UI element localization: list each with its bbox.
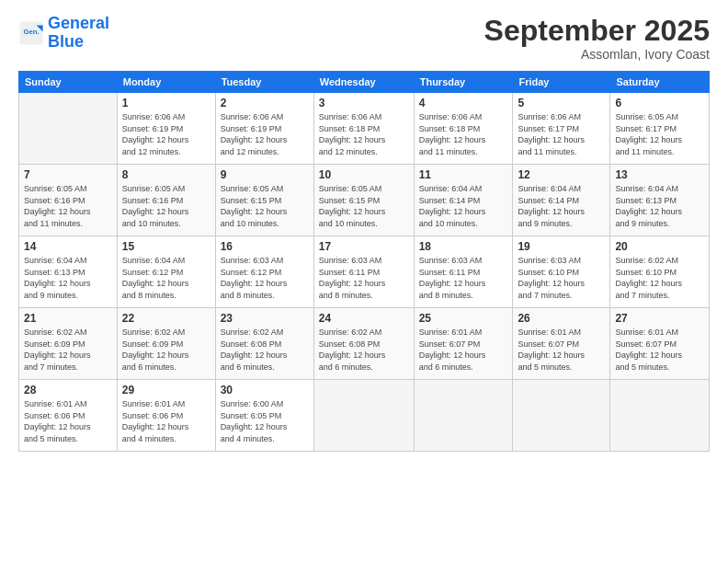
page: Gen. General Blue September 2025 Assomla…	[0, 0, 728, 563]
day-number: 6	[615, 97, 704, 109]
calendar-cell: 6Sunrise: 6:05 AM Sunset: 6:17 PM Daylig…	[610, 93, 710, 165]
calendar-header-cell: Wednesday	[313, 72, 414, 93]
day-info: Sunrise: 6:01 AM Sunset: 6:06 PM Dayligh…	[24, 398, 112, 444]
calendar-cell	[414, 380, 513, 452]
day-number: 19	[518, 240, 605, 253]
calendar-cell: 26Sunrise: 6:01 AM Sunset: 6:07 PM Dayli…	[513, 308, 610, 380]
calendar-body: 1Sunrise: 6:06 AM Sunset: 6:19 PM Daylig…	[19, 93, 710, 452]
day-info: Sunrise: 6:04 AM Sunset: 6:13 PM Dayligh…	[24, 255, 112, 301]
day-number: 17	[319, 240, 409, 253]
calendar-header-cell: Tuesday	[215, 72, 313, 93]
day-info: Sunrise: 6:06 AM Sunset: 6:19 PM Dayligh…	[122, 111, 210, 157]
day-info: Sunrise: 6:03 AM Sunset: 6:10 PM Dayligh…	[518, 255, 605, 301]
calendar-cell: 27Sunrise: 6:01 AM Sunset: 6:07 PM Dayli…	[610, 308, 710, 380]
day-number: 27	[615, 312, 704, 325]
day-info: Sunrise: 6:02 AM Sunset: 6:09 PM Dayligh…	[24, 327, 112, 373]
day-number: 11	[419, 168, 508, 181]
calendar-cell	[513, 380, 610, 452]
day-number: 22	[122, 312, 210, 325]
calendar-cell: 19Sunrise: 6:03 AM Sunset: 6:10 PM Dayli…	[513, 236, 610, 308]
day-number: 8	[122, 168, 210, 181]
logo-icon: Gen.	[18, 20, 44, 46]
calendar-week-row: 28Sunrise: 6:01 AM Sunset: 6:06 PM Dayli…	[19, 380, 710, 452]
day-number: 21	[24, 312, 112, 325]
calendar-cell: 21Sunrise: 6:02 AM Sunset: 6:09 PM Dayli…	[19, 308, 118, 380]
calendar-cell: 14Sunrise: 6:04 AM Sunset: 6:13 PM Dayli…	[19, 236, 118, 308]
day-info: Sunrise: 6:05 AM Sunset: 6:17 PM Dayligh…	[615, 111, 704, 157]
calendar-cell: 24Sunrise: 6:02 AM Sunset: 6:08 PM Dayli…	[313, 308, 414, 380]
logo-line1: General	[48, 14, 109, 32]
calendar-cell: 2Sunrise: 6:06 AM Sunset: 6:19 PM Daylig…	[215, 93, 313, 165]
calendar-cell: 11Sunrise: 6:04 AM Sunset: 6:14 PM Dayli…	[414, 165, 513, 236]
day-number: 20	[615, 240, 704, 253]
calendar-cell	[313, 380, 414, 452]
day-info: Sunrise: 6:06 AM Sunset: 6:18 PM Dayligh…	[419, 111, 508, 157]
day-info: Sunrise: 6:05 AM Sunset: 6:16 PM Dayligh…	[122, 183, 210, 229]
calendar-cell: 15Sunrise: 6:04 AM Sunset: 6:12 PM Dayli…	[117, 236, 215, 308]
calendar-table: SundayMondayTuesdayWednesdayThursdayFrid…	[18, 71, 710, 452]
calendar-cell: 3Sunrise: 6:06 AM Sunset: 6:18 PM Daylig…	[313, 93, 414, 165]
day-number: 25	[419, 312, 508, 325]
day-number: 10	[319, 168, 409, 181]
day-info: Sunrise: 6:02 AM Sunset: 6:08 PM Dayligh…	[319, 327, 409, 373]
calendar-cell	[19, 93, 118, 165]
calendar-week-row: 14Sunrise: 6:04 AM Sunset: 6:13 PM Dayli…	[19, 236, 710, 308]
day-info: Sunrise: 6:06 AM Sunset: 6:19 PM Dayligh…	[221, 111, 309, 157]
day-info: Sunrise: 6:02 AM Sunset: 6:08 PM Dayligh…	[221, 327, 309, 373]
day-info: Sunrise: 6:04 AM Sunset: 6:12 PM Dayligh…	[122, 255, 210, 301]
calendar-header-cell: Friday	[513, 72, 610, 93]
calendar-header-cell: Saturday	[610, 72, 710, 93]
calendar-cell: 18Sunrise: 6:03 AM Sunset: 6:11 PM Dayli…	[414, 236, 513, 308]
day-number: 16	[221, 240, 309, 253]
day-number: 23	[221, 312, 309, 325]
calendar-cell: 16Sunrise: 6:03 AM Sunset: 6:12 PM Dayli…	[215, 236, 313, 308]
calendar-cell: 23Sunrise: 6:02 AM Sunset: 6:08 PM Dayli…	[215, 308, 313, 380]
day-number: 15	[122, 240, 210, 253]
calendar-cell: 5Sunrise: 6:06 AM Sunset: 6:17 PM Daylig…	[513, 93, 610, 165]
day-number: 3	[319, 97, 409, 109]
calendar-cell: 22Sunrise: 6:02 AM Sunset: 6:09 PM Dayli…	[117, 308, 215, 380]
day-number: 4	[419, 97, 508, 109]
calendar-cell: 12Sunrise: 6:04 AM Sunset: 6:14 PM Dayli…	[513, 165, 610, 236]
day-number: 5	[518, 97, 605, 109]
calendar-header-cell: Thursday	[414, 72, 513, 93]
day-info: Sunrise: 6:05 AM Sunset: 6:15 PM Dayligh…	[319, 183, 409, 229]
day-info: Sunrise: 6:06 AM Sunset: 6:18 PM Dayligh…	[319, 111, 409, 157]
day-info: Sunrise: 6:06 AM Sunset: 6:17 PM Dayligh…	[518, 111, 605, 157]
day-info: Sunrise: 6:04 AM Sunset: 6:14 PM Dayligh…	[419, 183, 508, 229]
calendar-header-cell: Sunday	[19, 72, 118, 93]
day-number: 2	[221, 97, 309, 109]
day-number: 14	[24, 240, 112, 253]
location: Assomlan, Ivory Coast	[484, 47, 710, 62]
day-info: Sunrise: 6:03 AM Sunset: 6:11 PM Dayligh…	[419, 255, 508, 301]
day-info: Sunrise: 6:01 AM Sunset: 6:07 PM Dayligh…	[419, 327, 508, 373]
calendar-cell: 7Sunrise: 6:05 AM Sunset: 6:16 PM Daylig…	[19, 165, 118, 236]
day-number: 9	[221, 168, 309, 181]
calendar-cell: 25Sunrise: 6:01 AM Sunset: 6:07 PM Dayli…	[414, 308, 513, 380]
day-number: 1	[122, 97, 210, 109]
calendar-cell: 20Sunrise: 6:02 AM Sunset: 6:10 PM Dayli…	[610, 236, 710, 308]
day-number: 12	[518, 168, 605, 181]
day-number: 26	[518, 312, 605, 325]
day-info: Sunrise: 6:02 AM Sunset: 6:09 PM Dayligh…	[122, 327, 210, 373]
calendar-header-row: SundayMondayTuesdayWednesdayThursdayFrid…	[19, 72, 710, 93]
day-info: Sunrise: 6:03 AM Sunset: 6:12 PM Dayligh…	[221, 255, 309, 301]
day-info: Sunrise: 6:01 AM Sunset: 6:07 PM Dayligh…	[518, 327, 605, 373]
calendar-week-row: 7Sunrise: 6:05 AM Sunset: 6:16 PM Daylig…	[19, 165, 710, 236]
calendar-cell: 1Sunrise: 6:06 AM Sunset: 6:19 PM Daylig…	[117, 93, 215, 165]
calendar-cell	[610, 380, 710, 452]
day-info: Sunrise: 6:01 AM Sunset: 6:07 PM Dayligh…	[615, 327, 704, 373]
month-title: September 2025	[484, 15, 710, 47]
day-info: Sunrise: 6:04 AM Sunset: 6:14 PM Dayligh…	[518, 183, 605, 229]
day-info: Sunrise: 6:04 AM Sunset: 6:13 PM Dayligh…	[615, 183, 704, 229]
day-number: 7	[24, 168, 112, 181]
calendar-cell: 29Sunrise: 6:01 AM Sunset: 6:06 PM Dayli…	[117, 380, 215, 452]
svg-text:Gen.: Gen.	[23, 28, 39, 36]
day-info: Sunrise: 6:05 AM Sunset: 6:16 PM Dayligh…	[24, 183, 112, 229]
day-number: 18	[419, 240, 508, 253]
header: Gen. General Blue September 2025 Assomla…	[18, 15, 710, 62]
calendar-cell: 4Sunrise: 6:06 AM Sunset: 6:18 PM Daylig…	[414, 93, 513, 165]
day-info: Sunrise: 6:05 AM Sunset: 6:15 PM Dayligh…	[221, 183, 309, 229]
day-number: 30	[221, 384, 309, 396]
calendar-cell: 28Sunrise: 6:01 AM Sunset: 6:06 PM Dayli…	[19, 380, 118, 452]
